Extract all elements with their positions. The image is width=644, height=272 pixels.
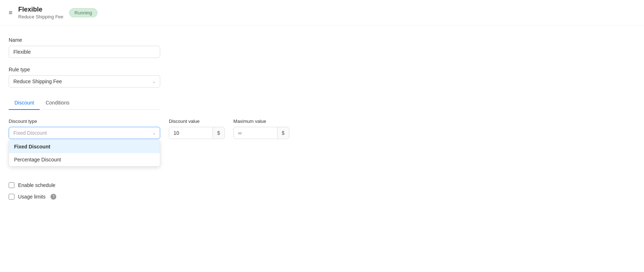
discount-value-field: Discount value $ xyxy=(169,119,225,139)
enable-schedule-label: Enable schedule xyxy=(18,182,56,188)
usage-limits-label: Usage limits xyxy=(18,194,45,200)
usage-limits-checkbox[interactable] xyxy=(9,194,14,200)
status-badge: Running xyxy=(69,8,97,17)
rule-type-field-group: Rule type Reduce Shipping Fee ⌄ xyxy=(9,67,244,88)
tab-discount[interactable]: Discount xyxy=(9,96,40,110)
maximum-value-suffix: $ xyxy=(277,127,289,139)
discount-value-label: Discount value xyxy=(169,119,225,124)
discount-type-dropdown: Fixed Discount Percentage Discount xyxy=(9,140,160,166)
maximum-value-input-group: $ xyxy=(233,127,289,139)
discount-row: Discount type Fixed Discount Percentage … xyxy=(9,119,244,139)
discount-value-suffix: $ xyxy=(213,127,224,139)
maximum-value-field: Maximum value $ xyxy=(233,119,289,139)
tab-conditions[interactable]: Conditions xyxy=(40,96,75,110)
header-title: Flexible xyxy=(18,6,63,13)
discount-type-label: Discount type xyxy=(9,119,160,124)
header-title-group: Flexible Reduce Shipping Fee xyxy=(18,6,63,19)
enable-schedule-checkbox[interactable] xyxy=(9,182,14,188)
discount-section: Discount type Fixed Discount Percentage … xyxy=(9,119,244,139)
discount-type-select[interactable]: Fixed Discount Percentage Discount xyxy=(9,127,160,139)
usage-limits-row: Usage limits ? xyxy=(9,194,244,200)
usage-limits-help-icon[interactable]: ? xyxy=(51,194,56,200)
discount-value-input-group: $ xyxy=(169,127,225,139)
dropdown-item-percentage-discount[interactable]: Percentage Discount xyxy=(9,153,160,166)
name-input[interactable] xyxy=(9,46,160,58)
discount-type-field: Discount type Fixed Discount Percentage … xyxy=(9,119,160,139)
header-subtitle: Reduce Shipping Fee xyxy=(18,14,63,19)
rule-type-label: Rule type xyxy=(9,67,244,72)
maximum-value-label: Maximum value xyxy=(233,119,289,124)
tabs: Discount Conditions xyxy=(9,96,160,110)
rule-type-select[interactable]: Reduce Shipping Fee xyxy=(9,75,160,88)
name-label: Name xyxy=(9,37,244,43)
maximum-value-input[interactable] xyxy=(234,127,277,139)
discount-type-select-wrapper: Fixed Discount Percentage Discount ⌄ Fix… xyxy=(9,127,160,139)
rule-type-select-wrapper: Reduce Shipping Fee ⌄ xyxy=(9,75,160,88)
enable-schedule-row: Enable schedule xyxy=(9,182,244,188)
menu-icon[interactable]: ≡ xyxy=(9,9,13,17)
dropdown-item-fixed-discount[interactable]: Fixed Discount xyxy=(9,140,160,153)
name-field-group: Name xyxy=(9,37,244,58)
header: ≡ Flexible Reduce Shipping Fee Running xyxy=(0,0,644,26)
discount-value-input[interactable] xyxy=(169,127,213,139)
main-content: Name Rule type Reduce Shipping Fee ⌄ Dis… xyxy=(0,26,253,217)
